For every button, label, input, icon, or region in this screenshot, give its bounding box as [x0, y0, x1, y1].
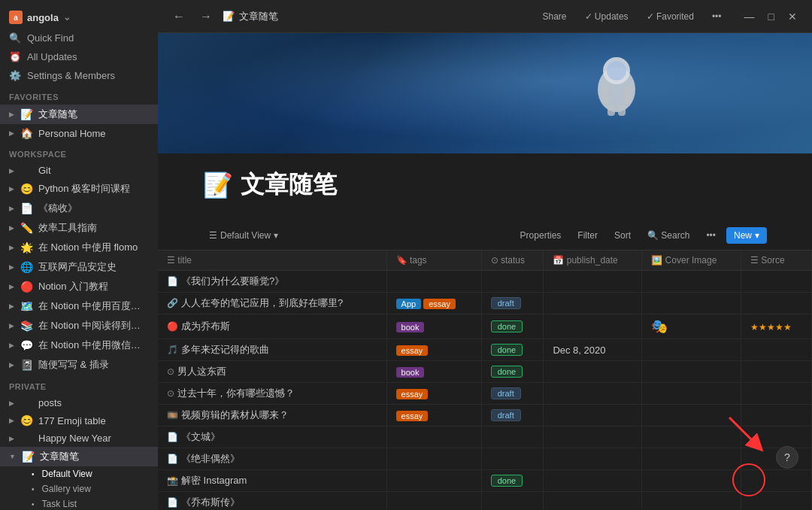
table-row[interactable]: 🔴成为乔布斯 book done 🎭 ★★★★★ [158, 314, 812, 339]
updates-button[interactable]: ✓ Updates [579, 8, 635, 25]
row-title[interactable]: ⊙过去十年，你有哪些遗憾？ [158, 383, 386, 405]
maximize-button[interactable]: □ [764, 9, 779, 24]
row-title[interactable]: 📄《绝非偶然》 [158, 448, 386, 470]
table-row[interactable]: 🎞️视频剪辑的素材从哪来？ essay draft [158, 405, 812, 427]
favorited-button[interactable]: ✓ Favorited [641, 8, 700, 25]
row-title[interactable]: 🔗人人在夸的笔记应用，到底好在哪里? [158, 293, 386, 314]
forward-button[interactable]: → [195, 7, 217, 26]
filter-button[interactable]: Filter [571, 227, 604, 244]
table-row[interactable]: 📄《绝非偶然》 [158, 448, 812, 470]
sidebar-item-flomo[interactable]: ▶ 🌟 在 Notion 中使用 flomo [0, 238, 158, 257]
workspace-header[interactable]: a angola ⌄ [0, 6, 158, 29]
row-title[interactable]: 📸解密 Instagram [158, 470, 386, 492]
topbar-actions: Share ✓ Updates ✓ Favorited ••• — □ ✕ [537, 8, 802, 25]
sidebar-item-internet[interactable]: ▶ 🌐 互联网产品安定史 [0, 257, 158, 277]
search-button[interactable]: 🔍 Search [641, 227, 695, 244]
row-tags [386, 448, 481, 470]
back-button[interactable]: ← [168, 7, 189, 26]
row-title[interactable]: 🎵多年来还记得的歌曲 [158, 339, 386, 361]
row-cover [642, 383, 741, 405]
table-row[interactable]: 🔗人人在夸的笔记应用，到底好在哪里? Appessay draft [158, 293, 812, 314]
table-row[interactable]: ⊙男人这东西 book done [158, 361, 812, 383]
row-title[interactable]: 📄《我们为什么要睡觉?》 [158, 271, 386, 293]
row-date: Dec 8, 2020 [544, 339, 642, 361]
page-content: 📝 文章随笔 ☰ Default View ▾ Properties Filte… [158, 33, 812, 510]
col-title[interactable]: ☰ title [158, 250, 386, 271]
sidebar-item-wz-suibi-2[interactable]: ▼ 📝 文章随笔 [0, 447, 158, 466]
emoji-icon: 😊 [20, 414, 34, 427]
row-status [481, 448, 544, 470]
sort-button[interactable]: Sort [608, 227, 637, 244]
row-title[interactable]: 🔴成为乔布斯 [158, 314, 386, 339]
flomo-label: 在 Notion 中使用 flomo [38, 241, 149, 254]
more-button[interactable]: ••• [706, 8, 728, 25]
row-tags: book [386, 314, 481, 339]
col-status[interactable]: ⊙ status [481, 250, 544, 271]
col-sorce[interactable]: ☰ Sorce [741, 250, 811, 271]
internet-label: 互联网产品安定史 [38, 260, 149, 274]
col-publish-date[interactable]: 📅 publish_date [544, 250, 642, 271]
view-label: Default View [220, 230, 271, 241]
row-title[interactable]: ⊙男人这东西 [158, 361, 386, 383]
page-title: 📝 文章随笔 [203, 168, 767, 202]
table-row[interactable]: 📸解密 Instagram done [158, 470, 812, 492]
sidebar-item-wz-suibi[interactable]: ▶ 📝 文章随笔 [0, 105, 158, 124]
manuscript-icon: 📄 [20, 202, 34, 214]
row-status: done [481, 339, 544, 361]
col-cover-image[interactable]: 🖼️ Cover Image [642, 250, 741, 271]
sidebar-item-baidu-map[interactable]: ▶ 🗺️ 在 Notion 中使用百度地图 [0, 296, 158, 316]
sidebar-item-wechat[interactable]: ▶ 💬 在 Notion 中使用微信读书 [0, 335, 158, 355]
sidebar-item-personal-home[interactable]: ▶ 🏠 Personal Home [0, 124, 158, 142]
row-cover [642, 293, 741, 314]
row-title[interactable]: 📄《乔布斯传》 [158, 492, 386, 511]
tri12: ▶ [9, 342, 14, 349]
row-sorce [741, 293, 811, 314]
help-button[interactable]: ? [776, 446, 798, 469]
sidebar-item-posts[interactable]: ▶ posts [0, 394, 158, 411]
tri9: ▶ [9, 283, 14, 290]
window-controls: — □ ✕ [740, 9, 801, 24]
personal-home-label: Personal Home [38, 128, 149, 139]
all-updates-action[interactable]: ⏰ All Updates [0, 47, 158, 66]
row-cover [642, 339, 741, 361]
row-tags: essay [386, 405, 481, 427]
share-button[interactable]: Share [537, 8, 573, 25]
sidebar-sub-default-view[interactable]: Default View [0, 466, 158, 481]
sidebar-item-emoji[interactable]: ▶ 😊 177 Emoji table [0, 411, 158, 430]
table-row[interactable]: 📄《乔布斯传》 [158, 492, 812, 511]
close-button[interactable]: ✕ [783, 9, 801, 24]
row-date [544, 448, 642, 470]
row-date [544, 427, 642, 448]
table-row[interactable]: 🎵多年来还记得的歌曲 essay done Dec 8, 2020 [158, 339, 812, 361]
quick-find-action[interactable]: 🔍 Quick Find [0, 29, 158, 47]
sidebar-item-read-book[interactable]: ▶ 📚 在 Notion 中阅读得到电子书 [0, 316, 158, 335]
sidebar-sub-task-list[interactable]: Task List [0, 496, 158, 510]
row-date [544, 293, 642, 314]
settings-action[interactable]: ⚙️ Settings & Members [0, 66, 158, 85]
sidebar-item-happy-new-year[interactable]: ▶ Happy New Year [0, 430, 158, 447]
db-more-button[interactable]: ••• [700, 227, 722, 244]
table-row[interactable]: 📄《我们为什么要睡觉?》 [158, 271, 812, 293]
write-icon: 📓 [20, 359, 34, 371]
row-title[interactable]: 🎞️视频剪辑的素材从哪来？ [158, 405, 386, 427]
sidebar-sub-gallery-view[interactable]: Gallery view [0, 481, 158, 496]
sidebar-item-write[interactable]: ▶ 📓 随便写写 & 插录 [0, 355, 158, 375]
col-tags[interactable]: 🔖 tags [386, 250, 481, 271]
sidebar-item-manuscript[interactable]: ▶ 📄 《稿收》 [0, 199, 158, 218]
row-sorce [741, 339, 811, 361]
table-row[interactable]: ⊙过去十年，你有哪些遗憾？ essay draft [158, 383, 812, 405]
view-icon: ☰ [209, 230, 217, 241]
sidebar-item-tools[interactable]: ▶ ✏️ 效率工具指南 [0, 218, 158, 238]
properties-button[interactable]: Properties [514, 227, 568, 244]
table-row[interactable]: 📄《文城》 [158, 427, 812, 448]
sidebar-item-git[interactable]: ▶ Git [0, 162, 158, 179]
row-title[interactable]: 📄《文城》 [158, 427, 386, 448]
sidebar-item-python[interactable]: ▶ 😊 Python 极客时间课程 [0, 179, 158, 199]
sidebar-item-notion-intro[interactable]: ▶ 🔴 Notion 入门教程 [0, 277, 158, 296]
manuscript-label: 《稿收》 [38, 202, 149, 215]
workspace-section-label: WORKSPACE [0, 142, 158, 162]
default-view-button[interactable]: ☰ Default View ▾ [203, 227, 284, 244]
new-record-button[interactable]: New ▾ [726, 227, 767, 244]
minimize-button[interactable]: — [740, 9, 759, 24]
row-status [481, 271, 544, 293]
